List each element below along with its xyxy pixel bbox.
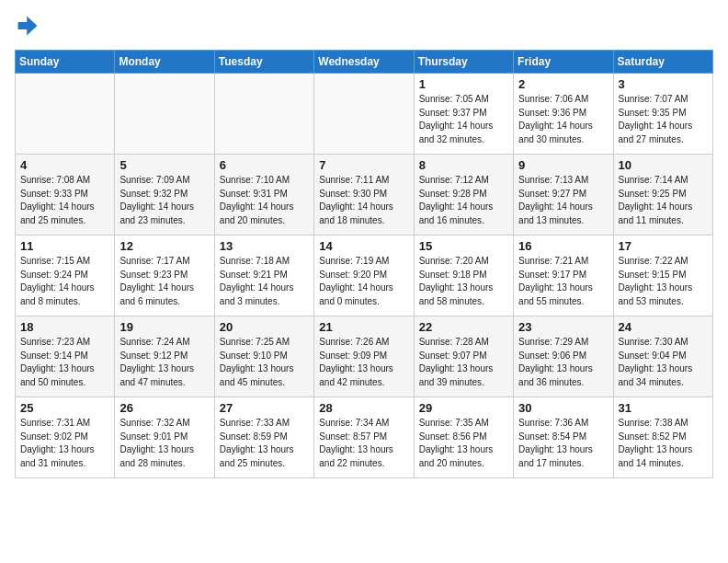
day-info: Sunrise: 7:19 AM Sunset: 9:20 PM Dayligh…: [319, 255, 408, 308]
header-cell-tuesday: Tuesday: [214, 51, 313, 74]
page-header: [15, 15, 713, 40]
calendar-cell: 16Sunrise: 7:21 AM Sunset: 9:17 PM Dayli…: [514, 236, 613, 316]
day-number: 7: [319, 158, 408, 172]
day-info: Sunrise: 7:08 AM Sunset: 9:33 PM Dayligh…: [20, 174, 109, 227]
day-info: Sunrise: 7:12 AM Sunset: 9:28 PM Dayligh…: [419, 174, 508, 227]
calendar-cell: 12Sunrise: 7:17 AM Sunset: 9:23 PM Dayli…: [115, 236, 214, 316]
day-info: Sunrise: 7:28 AM Sunset: 9:07 PM Dayligh…: [419, 336, 508, 389]
day-number: 19: [119, 320, 209, 334]
calendar-cell: [16, 74, 115, 155]
day-info: Sunrise: 7:15 AM Sunset: 9:24 PM Dayligh…: [20, 255, 109, 308]
day-info: Sunrise: 7:25 AM Sunset: 9:10 PM Dayligh…: [220, 336, 309, 389]
day-info: Sunrise: 7:35 AM Sunset: 8:56 PM Dayligh…: [419, 417, 508, 470]
day-info: Sunrise: 7:17 AM Sunset: 9:23 PM Dayligh…: [119, 255, 209, 308]
header-cell-saturday: Saturday: [613, 51, 712, 74]
day-info: Sunrise: 7:33 AM Sunset: 8:59 PM Dayligh…: [220, 417, 309, 470]
day-number: 11: [20, 239, 109, 253]
calendar-cell: 9Sunrise: 7:13 AM Sunset: 9:27 PM Daylig…: [514, 155, 613, 236]
header-row: SundayMondayTuesdayWednesdayThursdayFrid…: [16, 51, 713, 74]
day-info: Sunrise: 7:38 AM Sunset: 8:52 PM Dayligh…: [619, 417, 708, 470]
calendar-cell: 19Sunrise: 7:24 AM Sunset: 9:12 PM Dayli…: [115, 316, 214, 397]
calendar-cell: 30Sunrise: 7:36 AM Sunset: 8:54 PM Dayli…: [514, 397, 613, 478]
day-info: Sunrise: 7:18 AM Sunset: 9:21 PM Dayligh…: [220, 255, 309, 308]
day-number: 1: [419, 77, 508, 91]
day-number: 8: [419, 158, 508, 172]
week-row: 4Sunrise: 7:08 AM Sunset: 9:33 PM Daylig…: [16, 155, 713, 236]
week-row: 1Sunrise: 7:05 AM Sunset: 9:37 PM Daylig…: [16, 74, 713, 155]
header-cell-friday: Friday: [514, 51, 613, 74]
day-number: 5: [119, 158, 209, 172]
calendar-cell: 22Sunrise: 7:28 AM Sunset: 9:07 PM Dayli…: [414, 316, 513, 397]
day-number: 26: [119, 401, 209, 415]
header-cell-thursday: Thursday: [414, 51, 513, 74]
day-number: 28: [319, 401, 408, 415]
calendar-cell: 2Sunrise: 7:06 AM Sunset: 9:36 PM Daylig…: [514, 74, 613, 155]
week-row: 18Sunrise: 7:23 AM Sunset: 9:14 PM Dayli…: [16, 316, 713, 397]
calendar-cell: 27Sunrise: 7:33 AM Sunset: 8:59 PM Dayli…: [214, 397, 313, 478]
day-info: Sunrise: 7:23 AM Sunset: 9:14 PM Dayligh…: [20, 336, 109, 389]
day-number: 18: [20, 320, 109, 334]
calendar-cell: 15Sunrise: 7:20 AM Sunset: 9:18 PM Dayli…: [414, 236, 513, 316]
day-number: 16: [518, 239, 608, 253]
calendar-cell: 20Sunrise: 7:25 AM Sunset: 9:10 PM Dayli…: [214, 316, 313, 397]
calendar-cell: 5Sunrise: 7:09 AM Sunset: 9:32 PM Daylig…: [115, 155, 214, 236]
week-row: 11Sunrise: 7:15 AM Sunset: 9:24 PM Dayli…: [16, 236, 713, 316]
calendar-cell: 8Sunrise: 7:12 AM Sunset: 9:28 PM Daylig…: [414, 155, 513, 236]
day-number: 17: [619, 239, 708, 253]
day-info: Sunrise: 7:36 AM Sunset: 8:54 PM Dayligh…: [518, 417, 608, 470]
day-number: 25: [20, 401, 109, 415]
svg-marker-0: [18, 17, 38, 36]
day-info: Sunrise: 7:07 AM Sunset: 9:35 PM Dayligh…: [619, 93, 708, 146]
day-info: Sunrise: 7:31 AM Sunset: 9:02 PM Dayligh…: [20, 417, 109, 470]
day-number: 6: [220, 158, 309, 172]
day-info: Sunrise: 7:24 AM Sunset: 9:12 PM Dayligh…: [119, 336, 209, 389]
calendar-cell: 3Sunrise: 7:07 AM Sunset: 9:35 PM Daylig…: [613, 74, 712, 155]
day-info: Sunrise: 7:11 AM Sunset: 9:30 PM Dayligh…: [319, 174, 408, 227]
day-info: Sunrise: 7:09 AM Sunset: 9:32 PM Dayligh…: [119, 174, 209, 227]
week-row: 25Sunrise: 7:31 AM Sunset: 9:02 PM Dayli…: [16, 397, 713, 478]
calendar-table: SundayMondayTuesdayWednesdayThursdayFrid…: [15, 50, 713, 478]
day-info: Sunrise: 7:06 AM Sunset: 9:36 PM Dayligh…: [518, 93, 608, 146]
day-info: Sunrise: 7:13 AM Sunset: 9:27 PM Dayligh…: [518, 174, 608, 227]
day-info: Sunrise: 7:26 AM Sunset: 9:09 PM Dayligh…: [319, 336, 408, 389]
calendar-cell: 4Sunrise: 7:08 AM Sunset: 9:33 PM Daylig…: [16, 155, 115, 236]
day-number: 9: [518, 158, 608, 172]
header-cell-monday: Monday: [115, 51, 214, 74]
day-info: Sunrise: 7:20 AM Sunset: 9:18 PM Dayligh…: [419, 255, 508, 308]
calendar-cell: 26Sunrise: 7:32 AM Sunset: 9:01 PM Dayli…: [115, 397, 214, 478]
calendar-cell: 24Sunrise: 7:30 AM Sunset: 9:04 PM Dayli…: [613, 316, 712, 397]
calendar-cell: [214, 74, 313, 155]
calendar-cell: 23Sunrise: 7:29 AM Sunset: 9:06 PM Dayli…: [514, 316, 613, 397]
logo-icon: [17, 15, 39, 37]
calendar-cell: [115, 74, 214, 155]
day-number: 10: [619, 158, 708, 172]
logo: [15, 15, 39, 40]
day-info: Sunrise: 7:30 AM Sunset: 9:04 PM Dayligh…: [619, 336, 708, 389]
calendar-cell: 7Sunrise: 7:11 AM Sunset: 9:30 PM Daylig…: [314, 155, 414, 236]
day-number: 29: [419, 401, 508, 415]
calendar-cell: 18Sunrise: 7:23 AM Sunset: 9:14 PM Dayli…: [16, 316, 115, 397]
calendar-cell: 1Sunrise: 7:05 AM Sunset: 9:37 PM Daylig…: [414, 74, 513, 155]
day-number: 3: [619, 77, 708, 91]
day-number: 14: [319, 239, 408, 253]
day-info: Sunrise: 7:21 AM Sunset: 9:17 PM Dayligh…: [518, 255, 608, 308]
calendar-cell: 25Sunrise: 7:31 AM Sunset: 9:02 PM Dayli…: [16, 397, 115, 478]
calendar-cell: 21Sunrise: 7:26 AM Sunset: 9:09 PM Dayli…: [314, 316, 414, 397]
calendar-cell: [314, 74, 414, 155]
day-info: Sunrise: 7:22 AM Sunset: 9:15 PM Dayligh…: [619, 255, 708, 308]
day-number: 23: [518, 320, 608, 334]
calendar-cell: 11Sunrise: 7:15 AM Sunset: 9:24 PM Dayli…: [16, 236, 115, 316]
day-info: Sunrise: 7:10 AM Sunset: 9:31 PM Dayligh…: [220, 174, 309, 227]
day-info: Sunrise: 7:34 AM Sunset: 8:57 PM Dayligh…: [319, 417, 408, 470]
header-cell-sunday: Sunday: [16, 51, 115, 74]
calendar-cell: 31Sunrise: 7:38 AM Sunset: 8:52 PM Dayli…: [613, 397, 712, 478]
day-number: 4: [20, 158, 109, 172]
calendar-cell: 6Sunrise: 7:10 AM Sunset: 9:31 PM Daylig…: [214, 155, 313, 236]
day-number: 15: [419, 239, 508, 253]
day-number: 13: [220, 239, 309, 253]
calendar-cell: 29Sunrise: 7:35 AM Sunset: 8:56 PM Dayli…: [414, 397, 513, 478]
day-number: 22: [419, 320, 508, 334]
day-info: Sunrise: 7:14 AM Sunset: 9:25 PM Dayligh…: [619, 174, 708, 227]
day-info: Sunrise: 7:32 AM Sunset: 9:01 PM Dayligh…: [119, 417, 209, 470]
calendar-cell: 13Sunrise: 7:18 AM Sunset: 9:21 PM Dayli…: [214, 236, 313, 316]
